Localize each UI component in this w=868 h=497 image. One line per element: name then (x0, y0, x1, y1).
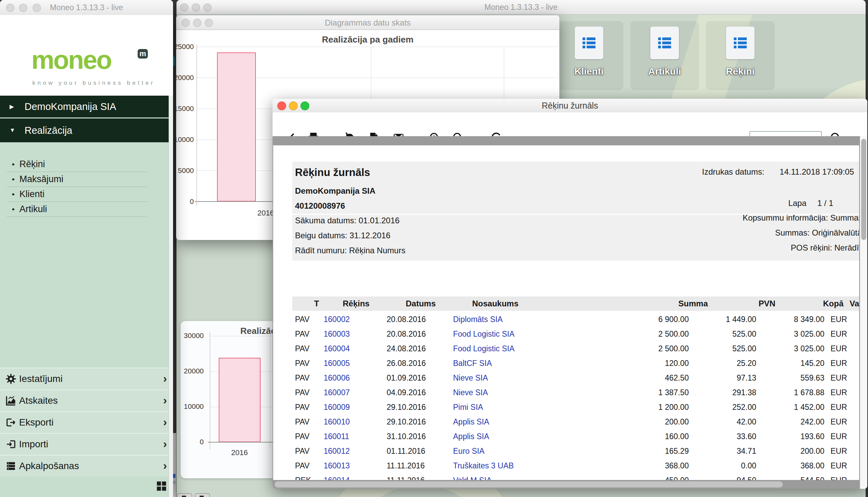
cell-val: EUR (830, 371, 847, 385)
cell-date: 01.09.2016 (387, 371, 426, 385)
logo-badge: m (138, 49, 148, 59)
window-title: Diagrammas datu skats (176, 18, 559, 28)
bullet-icon: • (12, 172, 15, 186)
sidebar-menu-item[interactable]: • Klienti (7, 187, 147, 202)
invoice-number-link[interactable]: 160012 (323, 444, 350, 458)
client-name-link[interactable]: Food Logistic SIA (453, 341, 514, 356)
module-tile-label: Klienti (555, 66, 623, 77)
cell-val: EUR (830, 400, 847, 415)
window-title: Moneo 1.3.13.3 - live (0, 3, 173, 12)
module-tile[interactable]: Artikuli (630, 21, 699, 90)
bar-2016 (219, 358, 261, 442)
client-name-link[interactable]: Euro SIA (453, 444, 484, 458)
moneo-logo: moneo (31, 45, 111, 74)
vertical-scrollbar-thumb[interactable] (861, 139, 866, 240)
vertical-scrollbar[interactable] (860, 136, 867, 489)
cell-val: EUR (830, 341, 847, 356)
cell-type: PAV (295, 371, 310, 385)
table-header: T Rēķins Datums Nosaukums Summa PVN Kopā… (292, 297, 859, 311)
sidebar-bottom-item-label: Iestatījumi (19, 373, 63, 384)
invoice-number-link[interactable]: 160006 (323, 371, 350, 385)
sidebar-menu-item[interactable]: • Maksājumi (7, 172, 147, 187)
sidebar-menu-item[interactable]: • Rēķini (7, 157, 147, 172)
cell-kopa: 193.60 (760, 429, 824, 444)
client-name-link[interactable]: Vald M SIA (453, 473, 492, 480)
sidebar-menu-item-label: Maksājumi (19, 172, 63, 186)
report-window-titlebar[interactable]: Rēķinu žurnāls (273, 99, 867, 113)
sidebar-bottom-item[interactable]: Eksporti › (0, 411, 173, 433)
bullet-icon: • (12, 187, 15, 201)
print-date-value: 14.11.2018 17:09:05 (780, 167, 854, 176)
y-axis (196, 44, 197, 206)
cell-val: EUR (830, 458, 847, 473)
export-mini-button[interactable] (177, 493, 192, 497)
client-name-link[interactable]: Nieve SIA (453, 385, 488, 400)
module-tile[interactable]: Klienti (555, 21, 623, 90)
cell-date: 04.09.2016 (387, 385, 426, 400)
diagram-window-titlebar[interactable]: Diagrammas datu skats (176, 15, 559, 30)
invoice-number-link[interactable]: 160007 (323, 385, 350, 400)
invoice-number-link[interactable]: 160014 (323, 473, 350, 480)
cell-kopa: 544.50 (760, 473, 824, 480)
doc-totals-info: Kopsummu informācija: Summas (743, 213, 859, 223)
cell-pvn: 42.00 (692, 415, 756, 429)
collapse-arrow-icon[interactable]: ▼ (10, 127, 15, 134)
col-val: Val. (850, 297, 859, 311)
invoice-number-link[interactable]: 160002 (323, 312, 350, 327)
cell-date: 11.11.2016 (387, 473, 425, 480)
invoice-number-link[interactable]: 160013 (323, 458, 350, 473)
cell-date: 24.08.2016 (387, 341, 426, 356)
client-name-link[interactable]: Pimi SIA (453, 400, 483, 415)
module-tile[interactable]: Rēķini (706, 21, 775, 90)
list-icon (657, 35, 673, 51)
cell-date: 26.08.2016 (387, 356, 426, 371)
cell-val: EUR (830, 473, 847, 480)
print-date-label: Izdrukas datums: (702, 167, 764, 176)
sidebar-bottom-item[interactable]: Apkalpošanas › (0, 455, 173, 477)
sidebar-menu-item[interactable]: • Artikuli (7, 202, 147, 217)
cell-summa: 165.29 (614, 444, 689, 458)
sidebar-window-titlebar[interactable]: Moneo 1.3.13.3 - live (0, 0, 173, 15)
sidebar-bottom-item[interactable]: Iestatījumi › (0, 368, 173, 389)
invoice-number-link[interactable]: 160003 (323, 327, 350, 341)
sidebar-scrollbar[interactable] (169, 96, 173, 497)
cell-date: 29.10.2016 (387, 415, 426, 429)
client-name-link[interactable]: Applis SIA (453, 415, 489, 429)
client-name-link[interactable]: Diplomāts SIA (453, 312, 503, 327)
company-band[interactable]: ▶ DemoKompanija SIA (0, 96, 173, 117)
invoice-number-link[interactable]: 160005 (323, 356, 350, 371)
client-name-link[interactable]: BaltCF SIA (453, 356, 492, 371)
main-window-titlebar[interactable]: Moneo 1.3.13.3 - live (177, 0, 866, 15)
cell-kopa: 1 452.00 (760, 400, 824, 415)
cell-val: EUR (830, 444, 847, 458)
cell-summa: 120.00 (614, 356, 689, 371)
invoice-number-link[interactable]: 160010 (323, 415, 350, 429)
grid-view-button[interactable] (155, 480, 168, 492)
cell-kopa: 8 349.00 (760, 312, 824, 327)
sidebar-menu-item-label: Artikuli (19, 202, 47, 216)
horizontal-scrollbar-thumb[interactable] (275, 481, 783, 487)
cell-date: 11.11.2016 (387, 458, 425, 473)
invoice-number-link[interactable]: 160011 (323, 429, 349, 444)
print-mini-button[interactable] (195, 493, 210, 497)
doc-show-number: Rādīt numuru: Rēķina Numurs (295, 246, 405, 255)
section-band[interactable]: ▼ Realizācija (0, 118, 173, 142)
col-datums: Datums (406, 297, 436, 311)
expand-arrow-icon[interactable]: ▶ (10, 103, 14, 110)
cell-type: PAV (295, 458, 310, 473)
client-name-link[interactable]: Truškaites 3 UAB (453, 458, 514, 473)
client-name-link[interactable]: Nieve SIA (453, 371, 488, 385)
invoice-number-link[interactable]: 160009 (323, 400, 350, 415)
table-row: PAV 160013 11.11.2016 Truškaites 3 UAB 3… (273, 458, 859, 473)
cell-val: EUR (830, 312, 847, 327)
invoice-number-link[interactable]: 160004 (323, 341, 350, 356)
client-name-link[interactable]: Applis SIA (453, 429, 489, 444)
list-icon (581, 35, 597, 51)
y-tick: 0 (170, 438, 204, 446)
sidebar-bottom-item[interactable]: Importi › (0, 433, 173, 455)
cell-pvn: 34.71 (692, 444, 756, 458)
client-name-link[interactable]: Food Logistic SIA (453, 327, 514, 341)
sidebar-bottom-item[interactable]: Atskaites › (0, 389, 173, 411)
cell-date: 20.08.2016 (387, 327, 426, 341)
cell-val: EUR (830, 385, 847, 400)
